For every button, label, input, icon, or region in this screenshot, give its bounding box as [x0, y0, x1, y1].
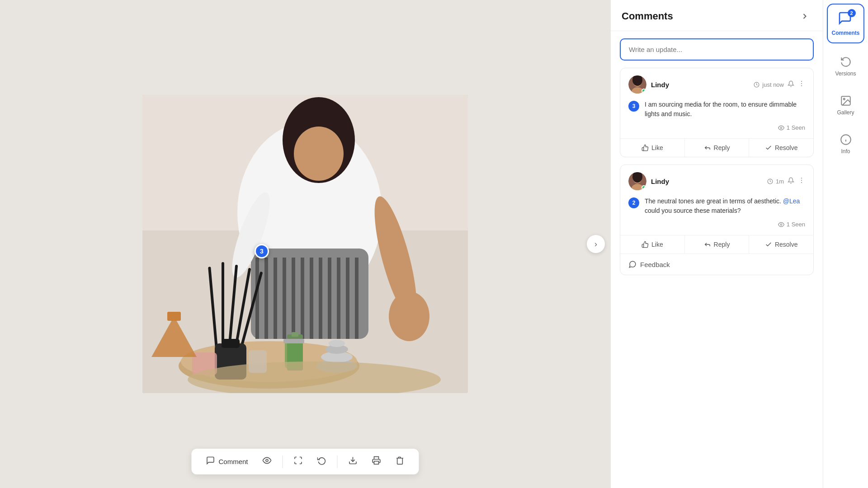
seen-row-1: 1 Seen	[628, 124, 805, 131]
svg-point-17	[294, 127, 344, 181]
reply-button-1[interactable]: Reply	[685, 139, 750, 157]
sidebar-item-info[interactable]: Info	[823, 125, 868, 164]
user-name-2: Lindy	[651, 178, 669, 185]
delete-button[interactable]	[392, 454, 408, 469]
svg-rect-10	[310, 258, 313, 339]
reply-label-2: Reply	[714, 241, 730, 248]
comment-mention-2[interactable]: @Lea	[783, 197, 800, 205]
feedback-icon	[628, 260, 637, 268]
svg-rect-15	[355, 258, 359, 339]
write-update-input[interactable]	[620, 38, 814, 61]
reply-icon-1	[704, 144, 711, 151]
svg-point-19	[389, 291, 429, 341]
download-icon	[349, 456, 358, 467]
resolve-button-2[interactable]: Resolve	[749, 235, 813, 253]
more-icon-2[interactable]	[798, 177, 805, 186]
comment-badge-1: 3	[628, 101, 639, 112]
sidebar-info-label: Info	[841, 148, 850, 155]
sidebar-item-gallery[interactable]: Gallery	[823, 86, 868, 125]
time-text-2: 1m	[776, 178, 784, 185]
resolve-button-1[interactable]: Resolve	[749, 139, 813, 157]
visibility-button[interactable]	[259, 454, 275, 469]
svg-rect-33	[283, 339, 304, 343]
clock-icon-1	[754, 82, 760, 88]
comment-meta-2: 1m	[767, 177, 805, 186]
rotate-button[interactable]	[314, 454, 330, 469]
svg-rect-26	[222, 262, 224, 348]
like-label-2: Like	[651, 241, 663, 248]
annotation-bubble-3[interactable]: 3	[255, 244, 269, 258]
svg-rect-12	[328, 258, 331, 339]
sidebar-gallery-label: Gallery	[837, 109, 854, 116]
svg-rect-7	[283, 258, 286, 339]
nav-arrow-right[interactable]: ›	[587, 235, 605, 253]
comment-icon	[206, 456, 215, 467]
more-icon-1[interactable]	[798, 80, 805, 89]
comment-label: Comment	[218, 458, 248, 465]
comment-button[interactable]: Comment	[202, 454, 251, 469]
comment-body-2: 2 The neutral tones are great in terms o…	[628, 197, 805, 216]
svg-point-52	[801, 83, 802, 84]
svg-rect-5	[264, 258, 268, 339]
gallery-icon	[840, 95, 852, 107]
resolve-icon-1	[765, 144, 772, 151]
svg-point-65	[843, 99, 844, 100]
image-toolbar: Comment	[191, 449, 419, 474]
online-indicator-2	[642, 185, 646, 190]
comments-badge-icon: 2	[838, 11, 854, 27]
comment-text-1: I am sourcing media for the room, to ens…	[645, 100, 805, 119]
reply-label-1: Reply	[714, 144, 730, 151]
svg-rect-42	[249, 350, 267, 373]
svg-point-61	[801, 180, 802, 181]
svg-rect-14	[346, 258, 349, 339]
svg-point-38	[329, 340, 345, 347]
svg-rect-40	[167, 312, 181, 321]
toolbar-divider-2	[337, 455, 338, 468]
comment-card-2: Lindy 1m	[620, 164, 814, 275]
svg-rect-4	[255, 258, 259, 339]
feedback-button[interactable]: Feedback	[620, 253, 813, 275]
seen-row-2: 1 Seen	[628, 221, 805, 228]
sidebar-item-versions[interactable]: Versions	[823, 47, 868, 86]
reply-icon-2	[704, 241, 711, 248]
seen-count-1: 1 Seen	[787, 124, 805, 131]
like-button-2[interactable]: Like	[620, 235, 685, 253]
comment-text-before-2: The neutral tones are great in terms of …	[645, 197, 783, 205]
like-button-1[interactable]: Like	[620, 139, 685, 157]
bell-icon-1[interactable]	[788, 80, 794, 89]
comments-badge-count: 2	[848, 9, 856, 17]
svg-point-53	[801, 85, 802, 86]
feedback-label: Feedback	[640, 261, 670, 268]
main-image: 3	[142, 95, 468, 393]
svg-point-60	[801, 178, 802, 178]
expand-button[interactable]	[290, 454, 307, 469]
download-button[interactable]	[345, 454, 361, 469]
comments-panel: Comments	[610, 0, 823, 488]
svg-rect-31	[222, 339, 240, 348]
reply-button-2[interactable]: Reply	[685, 235, 750, 253]
sidebar-versions-label: Versions	[835, 70, 856, 77]
online-indicator-1	[642, 89, 646, 93]
trash-icon	[396, 456, 405, 467]
toolbar-divider-1	[283, 455, 283, 468]
time-text-1: just now	[762, 81, 784, 88]
comment-header-2: Lindy 1m	[628, 172, 805, 190]
print-button[interactable]	[368, 454, 385, 469]
comments-close-button[interactable]	[797, 9, 812, 23]
sidebar-comments-button[interactable]: 2 Comments	[827, 4, 864, 43]
comment-actions-2: Like Reply Resolve	[620, 235, 813, 253]
svg-rect-9	[301, 258, 304, 339]
resolve-label-1: Resolve	[775, 144, 798, 151]
clock-icon-2	[767, 178, 773, 184]
svg-rect-13	[337, 258, 340, 339]
user-name-1: Lindy	[651, 81, 669, 89]
comment-content-1: Lindy just now	[620, 68, 813, 138]
bell-icon-2[interactable]	[788, 177, 794, 186]
comments-title: Comments	[622, 10, 673, 22]
comments-header: Comments	[611, 0, 823, 31]
sidebar-comments-label: Comments	[831, 30, 859, 36]
comment-card-1: Lindy just now	[620, 68, 814, 157]
seen-count-2: 1 Seen	[787, 221, 805, 228]
comment-header-1: Lindy just now	[628, 75, 805, 94]
comment-actions-1: Like Reply Resolve	[620, 138, 813, 157]
